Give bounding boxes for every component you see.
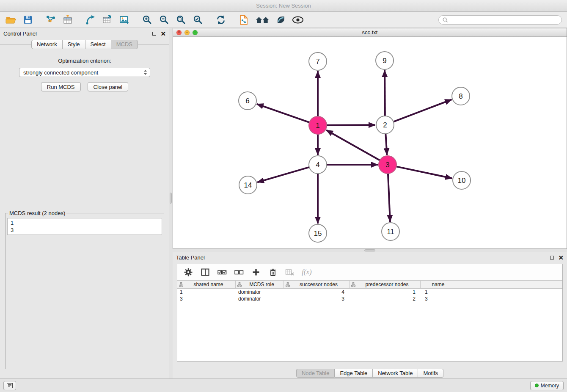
toolbar-search[interactable] xyxy=(438,15,562,25)
task-history-button[interactable] xyxy=(3,381,16,390)
tab-node-table[interactable]: Node Table xyxy=(296,369,335,378)
refresh-layout-button[interactable] xyxy=(215,14,227,26)
tab-motifs[interactable]: Motifs xyxy=(418,369,443,378)
zoom-in-button[interactable] xyxy=(141,14,153,26)
open-session-button[interactable] xyxy=(5,14,17,26)
table-cell[interactable]: dominator xyxy=(236,296,284,302)
tab-edge-table[interactable]: Edge Table xyxy=(335,369,373,378)
table-cell[interactable]: 1 xyxy=(177,289,236,295)
first-neighbors-button[interactable] xyxy=(238,14,250,26)
show-columns-button[interactable] xyxy=(200,267,210,277)
splitter-handle[interactable] xyxy=(170,193,172,204)
add-column-button[interactable] xyxy=(251,267,261,277)
export-image-icon xyxy=(119,15,129,25)
graph-node-1[interactable]: 1 xyxy=(309,116,327,134)
zoom-selected-button[interactable] xyxy=(192,14,204,26)
vertical-splitter[interactable] xyxy=(169,28,173,378)
column-header-shared-name[interactable]: shared name xyxy=(177,281,236,288)
graph-edge-3-10[interactable] xyxy=(396,166,452,178)
column-header-mcds-role[interactable]: MCDS role xyxy=(236,281,284,288)
export-network-button[interactable] xyxy=(85,14,96,26)
search-input[interactable] xyxy=(450,17,558,23)
float-panel-icon[interactable] xyxy=(550,256,554,259)
close-panel-icon[interactable]: ✕ xyxy=(160,30,166,37)
graph-node-4[interactable]: 4 xyxy=(309,156,327,174)
run-mcds-button[interactable]: Run MCDS xyxy=(41,82,81,91)
graph-edge-1-2[interactable] xyxy=(327,125,375,125)
select-all-button[interactable] xyxy=(217,267,227,277)
style-button[interactable] xyxy=(275,14,287,26)
graph-node-7[interactable]: 7 xyxy=(309,52,327,70)
close-panel-icon[interactable]: ✕ xyxy=(558,254,564,261)
toolbar-group-layout xyxy=(215,14,227,26)
result-item[interactable]: 3 xyxy=(11,226,159,234)
table-toolbar: f(x) xyxy=(177,264,562,280)
graph-node-2[interactable]: 2 xyxy=(376,116,394,134)
graph-edge-2-3[interactable] xyxy=(385,134,387,155)
save-session-button[interactable] xyxy=(22,14,34,26)
table-cell[interactable]: 3 xyxy=(177,296,236,302)
graph-edge-2-8[interactable] xyxy=(394,99,452,121)
graph-edge-2-9[interactable] xyxy=(385,70,385,116)
table-cell[interactable]: dominator xyxy=(236,289,284,295)
minimize-window-icon[interactable]: − xyxy=(184,30,190,35)
criterion-dropdown[interactable]: strongly connected component xyxy=(19,68,150,77)
column-header-successor-nodes[interactable]: successor nodes xyxy=(284,281,350,288)
table-cell[interactable]: 1 xyxy=(421,289,456,295)
table-cell[interactable]: 3 xyxy=(421,296,456,302)
delete-rows-button[interactable] xyxy=(268,267,278,277)
close-panel-button[interactable]: Close panel xyxy=(88,82,129,91)
node-table-card: f(x) shared name xyxy=(177,264,563,362)
tab-network-table[interactable]: Network Table xyxy=(373,369,418,378)
delete-column-button[interactable] xyxy=(285,267,295,277)
list-icon xyxy=(7,383,13,388)
column-header-predecessor-nodes[interactable]: predecessor nodes xyxy=(350,281,421,288)
zoom-window-icon[interactable]: + xyxy=(193,30,198,35)
graph-node-10[interactable]: 10 xyxy=(453,171,471,189)
zoom-fit-button[interactable] xyxy=(175,14,187,26)
close-window-icon[interactable]: × xyxy=(176,30,182,35)
table-row[interactable]: 1 dominator 4 1 1 xyxy=(177,289,562,295)
column-label: name xyxy=(422,282,454,287)
graph-node-15[interactable]: 15 xyxy=(309,224,327,242)
graph-edge-1-6[interactable] xyxy=(257,104,309,122)
tab-select[interactable]: Select xyxy=(85,40,111,49)
float-panel-icon[interactable] xyxy=(152,32,156,36)
import-network-button[interactable] xyxy=(45,14,57,26)
import-table-button[interactable] xyxy=(62,14,74,26)
network-window-titlebar: × − + scc.txt xyxy=(173,28,567,37)
mcds-result-list[interactable]: 1 3 xyxy=(7,218,162,235)
graph-node-11[interactable]: 11 xyxy=(382,223,399,240)
tab-network[interactable]: Network xyxy=(31,40,63,49)
network-canvas[interactable]: 7968124314101511 xyxy=(173,37,567,248)
graph-node-3[interactable]: 3 xyxy=(379,156,396,174)
result-item[interactable]: 1 xyxy=(11,219,159,226)
graph-edge-3-11[interactable] xyxy=(388,174,390,222)
export-image-button[interactable] xyxy=(118,14,130,26)
function-builder-button[interactable]: f(x) xyxy=(302,268,312,276)
table-cell[interactable]: 4 xyxy=(284,289,350,295)
tab-style[interactable]: Style xyxy=(63,40,85,49)
graph-edge-3-1[interactable] xyxy=(326,130,380,160)
table-cell[interactable]: 2 xyxy=(350,296,421,302)
table-settings-button[interactable] xyxy=(183,267,193,277)
tab-mcds[interactable]: MCDS xyxy=(111,40,138,49)
column-header-name[interactable]: name xyxy=(421,281,456,288)
memory-button[interactable]: Memory xyxy=(530,381,564,390)
table-cell[interactable]: 1 xyxy=(350,289,421,295)
graph-node-14[interactable]: 14 xyxy=(239,176,257,194)
horizontal-splitter[interactable] xyxy=(173,249,567,252)
graph-edge-4-14[interactable] xyxy=(257,167,309,182)
graph-svg[interactable]: 7968124314101511 xyxy=(173,37,567,248)
graph-node-9[interactable]: 9 xyxy=(376,52,394,69)
export-table-button[interactable] xyxy=(102,14,113,26)
graph-node-6[interactable]: 6 xyxy=(239,92,256,110)
splitter-handle[interactable] xyxy=(364,249,375,251)
show-graphics-button[interactable] xyxy=(292,14,304,26)
graph-node-8[interactable]: 8 xyxy=(452,87,470,105)
deselect-all-button[interactable] xyxy=(234,267,244,277)
home-button[interactable] xyxy=(255,14,270,26)
zoom-out-button[interactable] xyxy=(158,14,170,26)
table-row[interactable]: 3 dominator 3 2 3 xyxy=(177,295,562,302)
table-cell[interactable]: 3 xyxy=(284,296,350,302)
